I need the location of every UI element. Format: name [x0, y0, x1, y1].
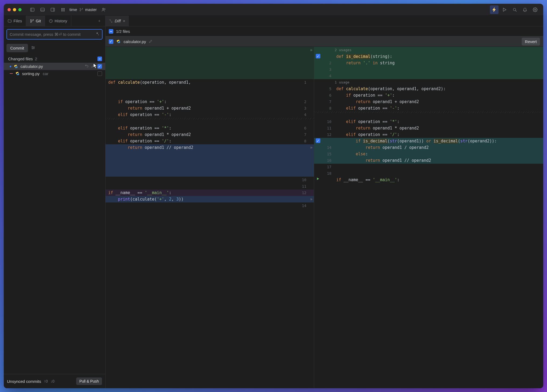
close-window-button[interactable]: [8, 8, 11, 11]
line-number: 6: [322, 92, 334, 99]
expand-chevron-icon[interactable]: »: [308, 47, 314, 53]
search-icon[interactable]: [510, 5, 519, 14]
inlay-hint: 1 usage: [334, 79, 543, 86]
diff-panel: Diff × − 1/2 files ✓ calculator.py Rever…: [106, 16, 543, 388]
changed-file-list: calculator.py ✓ sorting.py car: [4, 63, 105, 77]
commit-message-input[interactable]: [10, 32, 95, 37]
notifications-icon[interactable]: [521, 5, 529, 14]
file-item-sorting[interactable]: sorting.py car: [4, 70, 105, 77]
tab-git[interactable]: Git: [26, 16, 45, 26]
svg-point-34: [32, 48, 33, 49]
svg-point-15: [80, 8, 81, 9]
run-gutter-icon[interactable]: [314, 177, 322, 180]
editor-tabs: Diff ×: [106, 16, 543, 26]
diff-file-checkbox[interactable]: ✓: [109, 39, 113, 44]
line-number: 12: [297, 190, 308, 196]
file-item-calculator[interactable]: calculator.py ✓: [4, 63, 105, 70]
ai-bolt-icon[interactable]: [490, 5, 499, 14]
tab-history[interactable]: History: [45, 16, 71, 26]
tab-diff-label: Diff: [115, 19, 121, 23]
panel-left-icon[interactable]: [28, 5, 37, 14]
tab-files-label: Files: [13, 19, 22, 23]
hunk-checkbox[interactable]: ✓: [316, 54, 320, 58]
commit-button[interactable]: Commit: [6, 44, 28, 52]
svg-marker-21: [503, 8, 506, 11]
left-tabs: Files Git History ＋: [4, 16, 105, 26]
settings-gear-icon[interactable]: [531, 5, 539, 14]
rename-file-icon[interactable]: [149, 39, 153, 44]
svg-point-32: [32, 46, 33, 47]
svg-point-26: [30, 22, 31, 22]
changed-files-header: Changed files 2 −: [4, 54, 105, 63]
add-user-icon[interactable]: [99, 5, 108, 14]
revert-button[interactable]: Revert: [522, 38, 540, 46]
diff-body[interactable]: » def calculate(operation, operand1, 1 i…: [106, 47, 543, 388]
select-all-files-checkbox[interactable]: −: [109, 29, 113, 34]
run-icon[interactable]: [500, 5, 509, 14]
grid-icon[interactable]: [59, 5, 67, 14]
line-number: 7: [322, 99, 334, 105]
diff-icon: [109, 19, 113, 23]
file-checkbox[interactable]: [97, 71, 102, 76]
line-number: 10: [297, 177, 308, 183]
add-tab-button[interactable]: ＋: [96, 17, 103, 25]
line-number: 17: [322, 164, 334, 170]
expand-chevron-icon[interactable]: »: [308, 144, 314, 151]
git-branch-icon: [30, 19, 34, 23]
line-number: 12: [322, 131, 334, 138]
line-number: 18: [322, 170, 334, 177]
changed-files-label: Changed files: [8, 57, 33, 61]
branch-icon: [79, 8, 83, 12]
svg-point-9: [62, 9, 62, 10]
hunk-checkbox[interactable]: ✓: [316, 138, 320, 143]
line-number: 3: [297, 105, 308, 111]
line-number: 15: [322, 151, 334, 157]
diff-right-pane: 2 usages ✓ def is_decimal(string): 2 ret…: [314, 47, 543, 388]
diff-file-count: 1/2 files: [116, 29, 130, 34]
close-tab-icon[interactable]: ×: [123, 19, 125, 23]
minimize-window-button[interactable]: [13, 8, 16, 11]
svg-point-8: [64, 8, 65, 9]
tab-files[interactable]: Files: [4, 16, 26, 26]
svg-rect-2: [41, 8, 44, 11]
revert-file-icon[interactable]: [85, 64, 89, 69]
svg-point-11: [64, 9, 65, 10]
svg-point-27: [33, 19, 33, 20]
line-number: 10: [322, 118, 334, 125]
svg-point-14: [64, 10, 65, 11]
unsynced-commits-row: Unsynced commits ↑0 ↓0 Pull & Push: [4, 374, 105, 388]
file-checkbox[interactable]: ✓: [97, 64, 102, 69]
pull-push-button[interactable]: Pull & Push: [76, 377, 102, 385]
tab-diff[interactable]: Diff ×: [106, 16, 129, 26]
panel-bottom-icon[interactable]: [38, 5, 47, 14]
panel-right-icon[interactable]: [48, 5, 57, 14]
main-split: Files Git History ＋ Commit: [4, 16, 543, 388]
svg-point-24: [535, 9, 536, 10]
changed-files-count: 2: [35, 57, 37, 61]
select-all-checkbox[interactable]: −: [97, 57, 102, 61]
python-file-icon: [116, 39, 121, 44]
python-file-icon: [13, 64, 18, 69]
line-number: 11: [297, 183, 308, 190]
line-number: 8: [322, 105, 334, 111]
project-name[interactable]: time: [69, 7, 77, 12]
svg-point-6: [62, 8, 62, 9]
edit-file-icon[interactable]: [91, 64, 95, 69]
branch-name: master: [85, 8, 97, 12]
svg-point-18: [103, 8, 104, 9]
unsynced-up: ↑0: [44, 379, 48, 383]
folder-icon: [8, 19, 12, 23]
commit-options-icon[interactable]: [31, 45, 36, 51]
svg-point-22: [513, 8, 516, 10]
ai-suggest-icon[interactable]: [95, 32, 99, 37]
file-name: calculator.py: [20, 64, 43, 69]
svg-rect-0: [30, 8, 34, 11]
zoom-window-button[interactable]: [18, 8, 22, 11]
line-number: 3: [322, 66, 334, 73]
branch-selector[interactable]: master: [79, 8, 97, 12]
line-number: 14: [322, 144, 334, 151]
expand-chevron-icon[interactable]: »: [308, 196, 314, 202]
svg-point-25: [30, 19, 31, 20]
svg-point-17: [82, 8, 83, 9]
history-icon: [49, 19, 53, 23]
